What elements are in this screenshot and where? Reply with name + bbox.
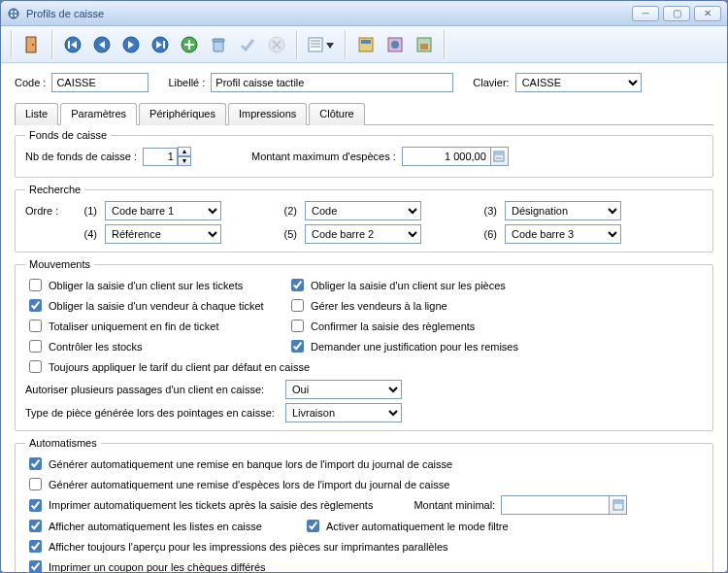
ord-4: (4) <box>76 228 97 240</box>
chk-justification-remises[interactable]: Demander une justification pour les remi… <box>287 337 540 355</box>
chk-client-pieces[interactable]: Obliger la saisie d'un client sur les pi… <box>287 276 540 294</box>
automatismes-legend: Automatismes <box>25 437 101 449</box>
passages-select[interactable]: Oui <box>285 380 402 399</box>
door-exit-icon[interactable] <box>18 31 46 58</box>
recherche-group: Recherche Ordre : (1) Code barre 1 (2) C… <box>15 184 713 253</box>
svg-point-7 <box>32 44 34 46</box>
tab-peripheriques[interactable]: Périphériques <box>139 103 226 125</box>
svg-rect-43 <box>614 501 622 504</box>
type-piece-select[interactable]: Livraison <box>285 403 402 422</box>
ordre-select-4[interactable]: Référence <box>105 224 221 244</box>
nav-last-icon[interactable] <box>147 31 174 58</box>
nav-prev-icon[interactable] <box>88 31 116 58</box>
svg-point-39 <box>496 157 498 159</box>
cancel-icon[interactable] <box>263 31 290 58</box>
ordre-label: Ordre : <box>25 205 68 217</box>
chk-client-tickets[interactable]: Obliger la saisie d'un client sur les ti… <box>25 276 278 294</box>
window-buttons: ─ ▢ ✕ <box>632 6 721 21</box>
clavier-select[interactable]: CAISSE <box>515 73 642 92</box>
tab-liste[interactable]: Liste <box>15 103 58 125</box>
tool3-icon[interactable] <box>411 31 438 58</box>
chk-imprimer-tickets[interactable]: Imprimer automatiquement les tickets apr… <box>25 496 373 515</box>
chk-tarif-defaut[interactable]: Toujours appliquer le tarif du client pa… <box>25 357 310 376</box>
code-label: Code : <box>15 77 46 88</box>
chk-coupon-cheques[interactable]: Imprimer un coupon pour les chèques diff… <box>25 557 266 573</box>
calculator-icon[interactable] <box>490 148 508 165</box>
chk-remise-banque[interactable]: Générer automatiquement une remise en ba… <box>25 455 452 473</box>
type-piece-label: Type de pièce générée lors des pointages… <box>25 407 278 419</box>
max-especes-box[interactable] <box>402 147 509 166</box>
max-especes-label: Montant maximum d'espèces : <box>251 151 396 162</box>
ordre-select-3[interactable]: Désignation <box>505 201 621 220</box>
mouvements-group: Mouvements Obliger la saisie d'un client… <box>15 258 713 431</box>
chk-controler-stocks[interactable]: Contrôler les stocks <box>25 337 278 355</box>
chk-confirmer-reglements[interactable]: Confirmer la saisie des règlements <box>287 317 540 335</box>
nav-first-icon[interactable] <box>59 31 86 58</box>
montant-minimal-input[interactable] <box>502 496 609 514</box>
montant-minimal-label: Montant minimal: <box>414 499 495 511</box>
toolbar <box>1 26 727 63</box>
nb-fonds-input[interactable] <box>143 148 178 166</box>
nav-next-icon[interactable] <box>117 31 145 58</box>
clavier-label: Clavier: <box>473 77 509 88</box>
ord-6: (6) <box>476 228 497 240</box>
mouvements-legend: Mouvements <box>25 258 94 270</box>
spin-down-icon[interactable]: ▼ <box>178 156 191 166</box>
ord-2: (2) <box>276 205 297 217</box>
svg-rect-32 <box>361 40 371 44</box>
svg-point-3 <box>11 14 13 16</box>
chk-apercu-paralleles[interactable]: Afficher toujours l'aperçu pour les impr… <box>25 537 448 556</box>
trash-icon[interactable] <box>205 31 232 58</box>
libelle-input[interactable] <box>211 73 453 92</box>
svg-point-40 <box>498 157 500 159</box>
svg-rect-9 <box>68 41 70 49</box>
svg-rect-38 <box>495 152 503 155</box>
ordre-select-6[interactable]: Code barre 3 <box>505 224 621 244</box>
fonds-legend: Fonds de caisse <box>25 129 111 141</box>
svg-point-34 <box>391 41 399 49</box>
nb-fonds-spinner[interactable]: ▲▼ <box>143 147 191 166</box>
titlebar: Profils de caisse ─ ▢ ✕ <box>1 1 727 26</box>
chk-remise-especes[interactable]: Générer automatiquement une remise d'esp… <box>25 475 449 493</box>
svg-point-41 <box>500 157 502 159</box>
tool1-icon[interactable] <box>352 31 380 58</box>
tab-bar: Liste Paramètres Périphériques Impressio… <box>15 102 713 125</box>
svg-rect-26 <box>309 38 322 51</box>
tool2-icon[interactable] <box>381 31 409 58</box>
svg-point-2 <box>15 10 17 12</box>
chk-afficher-listes[interactable]: Afficher automatiquement les listes en c… <box>25 517 262 535</box>
svg-rect-22 <box>213 39 224 42</box>
ordre-select-2[interactable]: Code <box>305 201 421 220</box>
content-area: Code : Libellé : Clavier: CAISSE Liste P… <box>1 63 727 573</box>
maximize-button[interactable]: ▢ <box>663 6 690 21</box>
list-dropdown-icon[interactable] <box>304 31 339 58</box>
svg-marker-30 <box>326 43 334 49</box>
recherche-legend: Recherche <box>25 184 84 195</box>
ordre-select-5[interactable]: Code barre 2 <box>305 224 421 244</box>
chk-totaliser-fin[interactable]: Totaliser uniquement en fin de ticket <box>25 317 278 335</box>
calculator-icon[interactable] <box>609 496 626 514</box>
app-icon <box>7 7 20 20</box>
svg-rect-17 <box>163 41 165 49</box>
nb-fonds-label: Nb de fonds de caisse : <box>25 151 137 162</box>
save-icon[interactable] <box>234 31 261 58</box>
tab-cloture[interactable]: Clôture <box>309 103 364 125</box>
chk-vendeurs-ligne[interactable]: Gérer les vendeurs à la ligne <box>287 296 540 315</box>
max-especes-input[interactable] <box>403 148 490 165</box>
add-icon[interactable] <box>176 31 203 58</box>
svg-point-0 <box>9 9 18 18</box>
spin-up-icon[interactable]: ▲ <box>178 147 191 156</box>
chk-vendeur-ticket[interactable]: Obliger la saisie d'un vendeur à chaque … <box>25 296 278 315</box>
chk-mode-filtre[interactable]: Activer automatiquement le mode filtre <box>303 517 509 535</box>
ordre-select-1[interactable]: Code barre 1 <box>105 201 221 220</box>
code-input[interactable] <box>51 73 149 92</box>
minimize-button[interactable]: ─ <box>632 6 659 21</box>
svg-rect-21 <box>214 41 223 51</box>
svg-rect-20 <box>184 44 194 46</box>
montant-minimal-box[interactable] <box>501 495 627 515</box>
close-button[interactable]: ✕ <box>694 6 721 21</box>
ord-5: (5) <box>276 228 297 240</box>
tab-impressions[interactable]: Impressions <box>228 103 307 125</box>
tab-parametres[interactable]: Paramètres <box>60 103 137 125</box>
fonds-group: Fonds de caisse Nb de fonds de caisse : … <box>15 129 713 178</box>
